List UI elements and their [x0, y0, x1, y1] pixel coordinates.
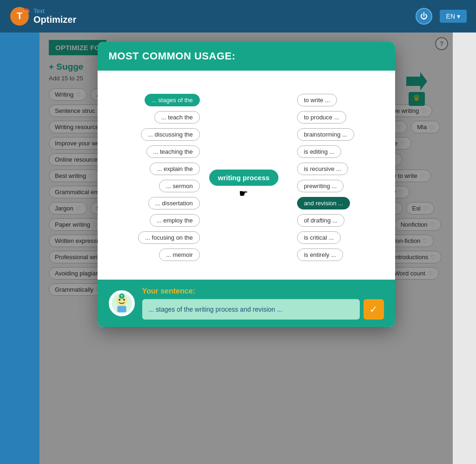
right-phrase[interactable]: to produce ...	[297, 111, 346, 124]
main-area: OPTIMIZE FO + Sugge Add 15 to 25 Writing…	[0, 33, 476, 464]
right-phrase[interactable]: is editing ...	[297, 145, 342, 158]
right-phrase[interactable]: prewriting ...	[297, 180, 344, 192]
modal-overlay[interactable]: MOST COMMON USAGE: ... stages of the... …	[40, 33, 453, 464]
robot-icon: ?	[109, 290, 135, 316]
language-selector[interactable]: EN ▾	[440, 10, 467, 23]
sentence-input[interactable]	[142, 299, 360, 320]
modal: MOST COMMON USAGE: ... stages of the... …	[98, 42, 395, 327]
sentence-label: Your sentence:	[142, 287, 384, 295]
left-phrase[interactable]: ... teaching the	[146, 145, 200, 158]
right-panel	[453, 33, 476, 464]
right-phrase[interactable]: to write ...	[297, 94, 337, 106]
confirm-button[interactable]: ✓	[364, 299, 384, 320]
left-phrases: ... stages of the... teach the... discus…	[138, 94, 200, 261]
svg-rect-11	[117, 306, 126, 312]
left-phrase[interactable]: ... employ the	[150, 214, 200, 227]
svg-text:T: T	[17, 11, 22, 21]
center-pill[interactable]: writing process	[209, 170, 278, 186]
logo-area: T Text Optimizer	[9, 6, 76, 26]
content-area: OPTIMIZE FO + Sugge Add 15 to 25 Writing…	[40, 33, 453, 464]
left-phrase[interactable]: ... sermon	[159, 180, 200, 192]
right-phrase[interactable]: and revision ...	[297, 197, 350, 209]
left-phrase[interactable]: ... focusing on the	[138, 231, 200, 244]
power-button[interactable]: ⏻	[416, 8, 432, 25]
svg-point-7	[119, 299, 120, 301]
right-phrases: to write ...to produce ...brainstorming …	[297, 94, 354, 261]
modal-body: ... stages of the... teach the... discus…	[98, 71, 395, 280]
svg-text:?: ?	[120, 294, 123, 299]
left-phrase[interactable]: ... explain the	[150, 163, 199, 175]
hand-cursor-icon: ☛	[239, 188, 248, 200]
left-phrase[interactable]: ... dissertation	[148, 197, 200, 209]
diagram-container: ... stages of the... teach the... discus…	[109, 85, 384, 270]
right-phrase[interactable]: brainstorming ...	[297, 128, 354, 141]
left-phrase[interactable]: ... memoir	[159, 248, 200, 261]
right-phrase[interactable]: is critical ...	[297, 231, 341, 244]
right-phrase[interactable]: is recursive ...	[297, 163, 348, 175]
header: T Text Optimizer ⏻ EN ▾	[0, 0, 476, 33]
right-phrase[interactable]: of drafting ...	[297, 214, 344, 227]
modal-title: MOST COMMON USAGE:	[109, 50, 384, 62]
left-phrase[interactable]: ... stages of the	[145, 94, 200, 106]
sidebar	[0, 33, 40, 464]
logo-icon: T	[9, 6, 30, 26]
center-term: writing process ☛	[209, 170, 278, 186]
modal-header: MOST COMMON USAGE:	[98, 42, 395, 71]
logo-text-bottom: Optimizer	[33, 14, 76, 25]
right-phrase[interactable]: is entirely ...	[297, 248, 343, 261]
left-phrase[interactable]: ... teach the	[154, 111, 200, 124]
left-phrase[interactable]: ... discussing the	[141, 128, 200, 141]
sentence-section: Your sentence: ✓	[142, 287, 384, 320]
sentence-input-row: ✓	[142, 299, 384, 320]
svg-point-8	[123, 299, 125, 301]
header-right: ⏻ EN ▾	[416, 8, 467, 25]
modal-footer: ? Your sentence: ✓	[98, 280, 395, 327]
logo-text-top: Text	[33, 7, 76, 14]
